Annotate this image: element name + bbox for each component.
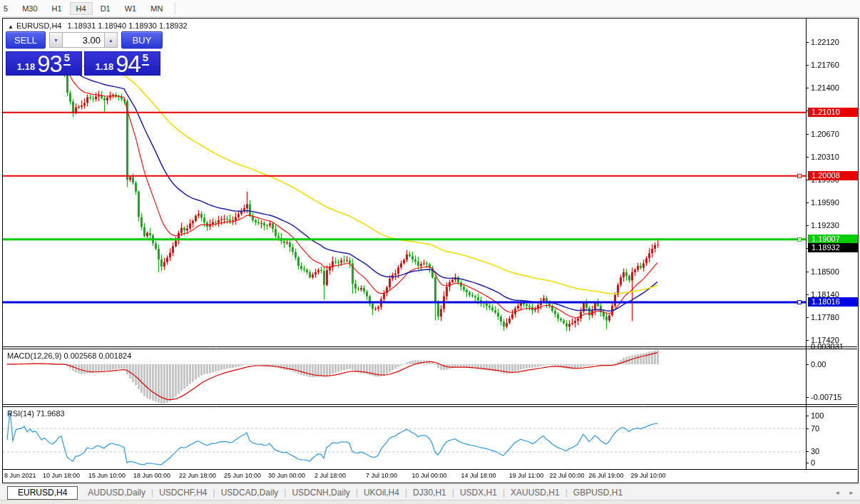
tab-separator: | bbox=[565, 488, 568, 498]
time-axis-label: 15 Jun 10:00 bbox=[88, 472, 126, 479]
rsi-axis-label: 70 bbox=[811, 424, 819, 433]
toolbar-timeframe-h4[interactable]: H4 bbox=[70, 2, 93, 15]
rsi-axis-label: 30 bbox=[811, 447, 819, 456]
time-axis-label: 30 Jun 00:00 bbox=[268, 472, 305, 479]
buy-price-box[interactable]: 1.18945 bbox=[84, 51, 160, 76]
price-tick-label: 1.21400 bbox=[811, 83, 839, 92]
buy-price-pip: 5 bbox=[142, 51, 149, 66]
one-click-trading-panel: SELL ▼ 3.00 ▲ BUY 1.18935 1.18945 bbox=[6, 31, 163, 76]
chart-symbol-label: EURUSD,H4 bbox=[16, 21, 62, 30]
tab-separator: | bbox=[284, 488, 286, 498]
volume-decrease-icon[interactable]: ▼ bbox=[49, 32, 63, 48]
macd-axis-min: -0.00715 bbox=[811, 393, 841, 401]
tabs-scroll-right-icon[interactable]: ► bbox=[849, 490, 854, 496]
tabs-scroll-left-icon[interactable]: ◄ bbox=[834, 490, 840, 496]
time-axis-label: 14 Jul 18:00 bbox=[461, 472, 496, 479]
toolbar-timeframe-d1[interactable]: D1 bbox=[94, 2, 117, 15]
tab-separator: | bbox=[356, 488, 358, 498]
buy-price-prefix: 1.18 bbox=[96, 61, 113, 72]
volume-input[interactable]: 3.00 bbox=[63, 32, 104, 48]
tab-separator: | bbox=[405, 488, 407, 498]
toolbar-timeframe-mn[interactable]: MN bbox=[144, 2, 169, 15]
time-axis-label: 19 Jul 11:00 bbox=[509, 472, 543, 479]
price-tick-label: 1.20670 bbox=[811, 130, 839, 138]
rsi-axis-label: 0 bbox=[811, 458, 815, 467]
tab-xauusd[interactable]: XAUUSD,H1 bbox=[506, 488, 564, 498]
tab-gbpusd[interactable]: GBPUSD,H1 bbox=[569, 488, 627, 498]
toolbar-timeframe-5[interactable]: 5 bbox=[0, 2, 14, 15]
macd-axis-zero: 0.00 bbox=[811, 360, 826, 369]
price-level-tag: 1.20008 bbox=[808, 171, 858, 180]
price-tick-label: 1.17780 bbox=[811, 313, 839, 322]
symbol-tab-bar: EURUSD,H4AUDUSD,Daily|USDCHF,H4|USDCAD,D… bbox=[0, 484, 860, 500]
rsi-panel-title: RSI(14) 71.9683 bbox=[7, 409, 65, 418]
tab-usdcnh[interactable]: USDCNH,Daily bbox=[287, 488, 354, 498]
buy-price-big: 94 bbox=[116, 53, 140, 75]
time-axis-label: 22 Jun 18:00 bbox=[179, 472, 216, 479]
sell-price-box[interactable]: 1.18935 bbox=[6, 51, 82, 76]
price-tick-label: 1.18500 bbox=[811, 267, 839, 276]
timeframe-toolbar: 5M30H1H4D1W1MN bbox=[0, 0, 860, 17]
macd-panel-title: MACD(12,26,9) 0.002568 0.001824 bbox=[7, 351, 131, 360]
volume-stepper: ▼ 3.00 ▲ bbox=[49, 32, 118, 48]
trading-terminal-window: 5M30H1H4D1W1MN ▲EURUSD,H41.18931 1.18940… bbox=[0, 0, 860, 504]
toolbar-timeframe-m30[interactable]: M30 bbox=[16, 2, 43, 15]
price-tick-label: 1.22120 bbox=[811, 38, 839, 46]
time-axis-label: 2 Jul 18:00 bbox=[314, 472, 346, 479]
toolbar-timeframe-w1[interactable]: W1 bbox=[118, 2, 143, 15]
tab-audusd[interactable]: AUDUSD,Daily bbox=[83, 488, 150, 498]
current-price-tag: 1.18932 bbox=[808, 243, 858, 252]
toolbar-timeframe-h1[interactable]: H1 bbox=[46, 2, 68, 15]
collapse-quote-panel-icon[interactable]: ▲ bbox=[8, 24, 14, 30]
price-tick-label: 1.19230 bbox=[811, 221, 839, 230]
tab-separator: | bbox=[151, 488, 153, 498]
time-axis-label: 18 Jun 00:00 bbox=[133, 472, 170, 479]
tab-eurusd[interactable]: EURUSD,H4 bbox=[7, 486, 78, 500]
price-tick-label: 1.19590 bbox=[811, 198, 839, 207]
macd-axis-max: 0.003031 bbox=[811, 342, 844, 351]
price-level-tag: 1.18016 bbox=[808, 297, 858, 307]
time-axis-label: 29 Jul 10:00 bbox=[630, 472, 665, 479]
buy-button[interactable]: BUY bbox=[121, 31, 163, 48]
sell-price-prefix: 1.18 bbox=[17, 61, 35, 72]
tab-separator: | bbox=[503, 488, 505, 498]
time-axis-label: 10 Jun 18:00 bbox=[43, 472, 80, 479]
time-axis-label: 25 Jun 10:00 bbox=[224, 472, 261, 479]
tab-usdchf[interactable]: USDCHF,H4 bbox=[155, 488, 211, 498]
tab-usdx[interactable]: USDX,H1 bbox=[456, 488, 501, 498]
tab-usdcad[interactable]: USDCAD,Daily bbox=[217, 488, 283, 498]
price-level-tag: 1.21010 bbox=[808, 108, 858, 117]
time-axis-label: 8 Jun 2021 bbox=[4, 472, 36, 479]
toolbar-separator bbox=[175, 3, 175, 14]
chart-header: ▲EURUSD,H41.18931 1.18940 1.18930 1.1893… bbox=[8, 21, 188, 30]
time-axis-label: 26 Jul 19:00 bbox=[588, 472, 623, 479]
sell-price-pip: 5 bbox=[63, 51, 71, 66]
tab-ukoil[interactable]: UKOil,H4 bbox=[359, 488, 404, 498]
time-axis-label: 7 Jul 10:00 bbox=[366, 472, 397, 479]
rsi-axis-label: 100 bbox=[811, 411, 824, 420]
price-tick-label: 1.21760 bbox=[811, 61, 839, 69]
sell-price-big: 93 bbox=[37, 53, 62, 75]
sell-button[interactable]: SELL bbox=[6, 31, 46, 48]
tab-dj30[interactable]: DJ30,H1 bbox=[409, 488, 451, 498]
volume-increase-icon[interactable]: ▲ bbox=[104, 32, 118, 48]
time-axis-label: 10 Jul 00:00 bbox=[411, 472, 446, 479]
chart-ohlc-values: 1.18931 1.18940 1.18930 1.18932 bbox=[68, 21, 188, 30]
price-tick-label: 1.20310 bbox=[811, 153, 839, 161]
tab-separator: | bbox=[213, 488, 215, 498]
status-bar bbox=[0, 500, 860, 504]
tab-separator: | bbox=[452, 488, 454, 498]
time-axis-label: 22 Jul 00:00 bbox=[549, 472, 584, 479]
